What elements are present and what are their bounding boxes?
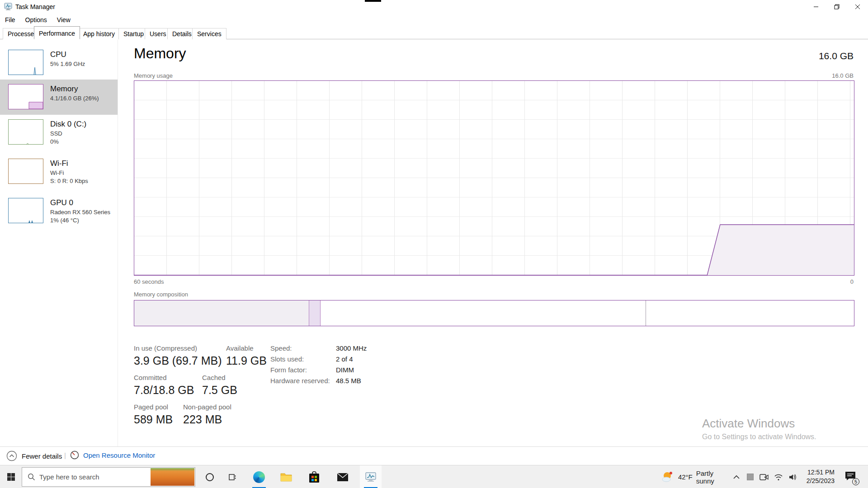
- tab-app-history[interactable]: App history: [78, 28, 120, 39]
- restore-button[interactable]: [826, 0, 847, 14]
- x-axis-left-label: 60 seconds: [134, 278, 164, 285]
- task-manager-window: { "window": { "title": "Task Manager" },…: [0, 0, 868, 488]
- sidebar-item-wifi[interactable]: Wi-Fi Wi-Fi S: 0 R: 0 Kbps: [0, 154, 118, 193]
- fewer-details-label: Fewer details: [22, 452, 62, 460]
- cortana-icon: [205, 473, 214, 482]
- slots-used-label: Slots used:: [270, 355, 304, 363]
- sidebar-item-cpu[interactable]: CPU 5% 1.69 GHz: [0, 45, 118, 80]
- available-value: 11.9 GB: [226, 354, 267, 367]
- form-factor-label: Form factor:: [270, 366, 307, 374]
- in-use-value: 3.9 GB (69.7 MB): [134, 354, 222, 367]
- sidebar-item-detail2: 0%: [50, 138, 86, 145]
- page-title: Memory: [134, 45, 186, 62]
- wifi-icon: [774, 474, 783, 481]
- menu-file[interactable]: File: [0, 14, 20, 25]
- menu-options[interactable]: Options: [20, 14, 52, 25]
- composition-segment-in-use[interactable]: [134, 300, 309, 326]
- memory-mini-graph: [8, 84, 43, 109]
- show-hidden-icons-button[interactable]: [730, 465, 743, 488]
- open-resource-monitor-label: Open Resource Monitor: [83, 451, 155, 459]
- non-paged-pool-label: Non-paged pool: [183, 403, 231, 411]
- in-use-label: In use (Compressed): [134, 344, 197, 352]
- sidebar-item-disk[interactable]: Disk 0 (C:) SSD 0%: [0, 115, 118, 154]
- cortana-button[interactable]: [199, 465, 221, 488]
- sidebar-item-detail: SSD: [50, 130, 86, 137]
- edge-button[interactable]: [248, 465, 270, 488]
- microsoft-store-button[interactable]: [303, 465, 325, 488]
- task-view-button[interactable]: [222, 465, 243, 488]
- search-icon: [28, 473, 35, 481]
- sidebar-item-detail: 4.1/16.0 GB (26%): [50, 95, 99, 102]
- paged-pool-label: Paged pool: [134, 403, 168, 411]
- menu-view[interactable]: View: [52, 14, 75, 25]
- weather-widget[interactable]: 42°F Partly sunny: [661, 465, 733, 488]
- speed-value: 3000 MHz: [336, 344, 367, 352]
- committed-label: Committed: [134, 374, 167, 381]
- chevron-up-icon: [733, 475, 740, 479]
- sidebar-item-gpu[interactable]: GPU 0 Radeon RX 560 Series 1% (46 °C): [0, 193, 118, 233]
- sidebar-item-title: CPU: [50, 50, 85, 59]
- search-highlight-image[interactable]: [151, 468, 194, 486]
- sidebar-item-title: GPU 0: [50, 198, 110, 207]
- minimize-button[interactable]: [806, 0, 826, 14]
- sidebar-item-detail: Wi-Fi: [50, 169, 88, 176]
- gpu-mini-graph: [8, 198, 43, 223]
- form-factor-value: DIMM: [336, 366, 354, 374]
- window-title: Task Manager: [15, 3, 55, 10]
- open-resource-monitor-link[interactable]: Open Resource Monitor: [70, 450, 155, 460]
- chart-area-fill: [134, 225, 854, 275]
- committed-value: 7.8/18.8 GB: [134, 384, 194, 397]
- clock-time: 12:51 PM: [801, 468, 835, 477]
- composition-segment-free[interactable]: [646, 300, 854, 326]
- start-button[interactable]: [0, 465, 22, 488]
- chevron-up-circle-icon: [6, 450, 17, 461]
- sidebar-item-detail: Radeon RX 560 Series: [50, 209, 110, 216]
- composition-segment-modified[interactable]: [309, 300, 321, 326]
- minimize-icon: [813, 4, 819, 9]
- tray-app-icon: [747, 474, 754, 480]
- non-paged-pool-value: 223 MB: [183, 413, 222, 426]
- sidebar-item-detail2: S: 0 R: 0 Kbps: [50, 178, 88, 184]
- hardware-reserved-label: Hardware reserved:: [270, 377, 330, 385]
- taskbar-clock[interactable]: 12:51 PM 2/25/2023: [801, 468, 835, 485]
- wifi-mini-graph: [8, 159, 43, 184]
- network-button[interactable]: [771, 465, 786, 488]
- performance-sidebar: CPU 5% 1.69 GHz Memory 4.1/16.0 GB (26%)…: [0, 40, 118, 446]
- search-input[interactable]: [39, 473, 143, 481]
- paged-pool-value: 589 MB: [134, 413, 173, 426]
- mail-icon: [337, 473, 349, 482]
- cpu-mini-graph: [8, 50, 43, 75]
- tab-performance[interactable]: Performance: [34, 26, 80, 39]
- hardware-reserved-value: 48.5 MB: [336, 377, 361, 385]
- available-label: Available: [226, 344, 254, 352]
- close-button[interactable]: [847, 0, 868, 14]
- weather-temp: 42°F: [678, 473, 693, 481]
- memory-capacity: 16.0 GB: [819, 51, 854, 61]
- memory-usage-chart: [134, 80, 854, 276]
- tray-app-button[interactable]: [743, 465, 757, 488]
- microsoft-store-icon: [309, 471, 320, 483]
- notification-count-badge: 5: [852, 478, 859, 485]
- composition-segment-standby[interactable]: [321, 300, 646, 326]
- speaker-icon: [788, 474, 797, 481]
- task-manager-taskbar-button[interactable]: [360, 465, 382, 488]
- activate-windows-subtext: Go to Settings to activate Windows.: [702, 433, 816, 441]
- memory-composition-bar: [134, 300, 854, 326]
- mail-button[interactable]: [332, 465, 354, 488]
- file-explorer-button[interactable]: [275, 465, 297, 488]
- tab-services[interactable]: Services: [192, 28, 226, 39]
- task-manager-icon: [365, 472, 377, 483]
- tab-strip: Processes Performance App history Startu…: [0, 26, 868, 39]
- volume-button[interactable]: [786, 465, 800, 488]
- edge-icon: [253, 471, 265, 483]
- status-bar: Fewer details | Open Resource Monitor: [0, 446, 868, 465]
- fewer-details-button[interactable]: Fewer details: [6, 450, 62, 461]
- task-manager-app-icon: [4, 3, 12, 12]
- sidebar-item-memory[interactable]: Memory 4.1/16.0 GB (26%): [0, 80, 118, 115]
- weather-icon: [661, 470, 675, 484]
- action-center-button[interactable]: 5: [840, 465, 861, 488]
- sidebar-item-detail2: 1% (46 °C): [50, 217, 110, 224]
- chart-max-label: 16.0 GB: [832, 72, 854, 79]
- taskbar-search-box[interactable]: [22, 467, 195, 487]
- meet-now-button[interactable]: [757, 465, 771, 488]
